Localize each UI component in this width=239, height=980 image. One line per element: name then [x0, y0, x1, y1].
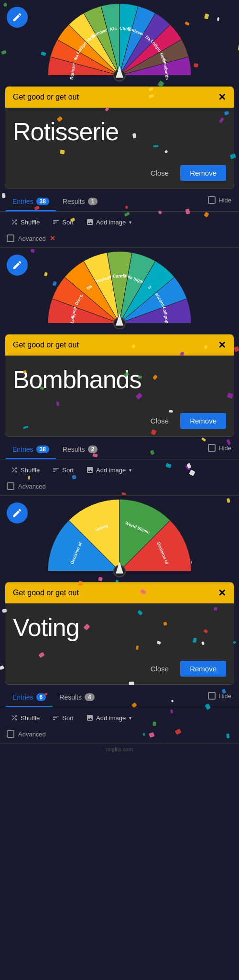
tabs-bar-1: Entries 38 Results 1 Hide — [0, 189, 239, 212]
add-image-label-2: Add image — [96, 467, 126, 474]
shuffle-icon — [11, 466, 18, 474]
edit-fab-2[interactable] — [7, 255, 28, 276]
tab-badge: 6 — [36, 693, 46, 701]
tab-results[interactable]: Results 2 — [56, 441, 104, 459]
sort-label-1: Sort — [62, 219, 74, 226]
hide-checkbox-1[interactable] — [208, 196, 216, 204]
result-card-2: Get good or get out ✕ Bombhands Close Re… — [5, 334, 234, 437]
wheel-container-2: LollipopDiscoNaYosiageCarmam da biggest3… — [0, 248, 239, 334]
tab-label: Entries — [12, 693, 33, 701]
result-card-footer-2: Close Remove — [5, 408, 234, 436]
result-card-header-3: Get good or get out ✕ — [5, 582, 234, 603]
result-card-body-1: Rotisserie — [5, 108, 234, 160]
shuffle-button-2[interactable]: Shuffle — [6, 463, 44, 477]
red-x-icon: ✕ — [50, 234, 55, 242]
sort-button-3[interactable]: Sort — [47, 711, 78, 724]
hide-checkbox-3[interactable] — [208, 692, 216, 700]
hide-toggle-2[interactable]: Hide — [206, 444, 233, 456]
result-card-body-2: Bombhands — [5, 356, 234, 408]
image-icon — [86, 218, 94, 226]
tab-entries[interactable]: Entries 38 — [6, 441, 56, 459]
hide-label-1: Hide — [218, 197, 231, 204]
tab-results[interactable]: Results 4 — [53, 689, 101, 707]
tab-badge: 1 — [88, 198, 98, 205]
hide-checkbox-2[interactable] — [208, 444, 216, 452]
close-button-2[interactable]: Close — [145, 413, 174, 429]
add-image-label-1: Add image — [96, 219, 126, 226]
sort-button-1[interactable]: Sort — [47, 215, 78, 229]
tab-badge: 4 — [85, 693, 95, 701]
edit-fab-3[interactable] — [7, 502, 28, 523]
hide-label-2: Hide — [218, 445, 231, 452]
pencil-icon — [12, 12, 22, 22]
shuffle-icon — [11, 218, 18, 226]
pencil-icon — [12, 260, 22, 270]
hide-toggle-1[interactable]: Hide — [206, 196, 233, 208]
result-card-1: Get good or get out ✕ Rotisserie Close R… — [5, 86, 234, 189]
advanced-checkbox-1[interactable] — [7, 234, 14, 242]
tab-badge: 2 — [88, 445, 98, 453]
tab-badge: 38 — [36, 445, 49, 453]
close-button-3[interactable]: Close — [145, 661, 174, 677]
toolbar-3: Shuffle Sort Add image ▾ — [0, 707, 239, 728]
tab-label: Results — [59, 693, 82, 701]
sort-label-2: Sort — [62, 467, 74, 474]
sort-icon — [52, 218, 60, 226]
sort-icon — [52, 714, 60, 722]
remove-button-3[interactable]: Remove — [180, 661, 226, 677]
shuffle-label-1: Shuffle — [21, 219, 40, 226]
advanced-checkbox-2[interactable] — [7, 482, 14, 490]
tabs-bar-3: Entries 6 Results 4 Hide — [0, 685, 239, 707]
close-x-button-3[interactable]: ✕ — [218, 588, 226, 598]
close-button-1[interactable]: Close — [145, 165, 174, 181]
advanced-checkbox-3[interactable] — [7, 730, 14, 738]
advanced-row-3: Advanced — [0, 728, 239, 743]
chevron-down-icon-3: ▾ — [129, 715, 131, 721]
tab-label: Entries — [12, 198, 33, 205]
result-card-footer-1: Close Remove — [5, 160, 234, 189]
chevron-down-icon-2: ▾ — [129, 468, 131, 473]
result-word-2: Bombhands — [13, 365, 226, 394]
remove-button-1[interactable]: Remove — [180, 165, 226, 181]
result-word-1: Rotisserie — [13, 117, 226, 146]
shuffle-button-1[interactable]: Shuffle — [6, 215, 44, 229]
card-title-1: Get good or get out — [13, 93, 79, 101]
close-x-button-2[interactable]: ✕ — [218, 340, 226, 350]
tab-entries[interactable]: Entries 6 — [6, 689, 53, 707]
advanced-row-2: Advanced — [0, 480, 239, 495]
watermark: imgflip.com — [0, 744, 239, 755]
advanced-label-2: Advanced — [18, 483, 46, 490]
close-x-button-1[interactable]: ✕ — [218, 92, 226, 102]
tab-entries[interactable]: Entries 38 — [6, 193, 56, 212]
sort-button-2[interactable]: Sort — [47, 463, 78, 477]
pencil-icon — [12, 508, 22, 518]
add-image-button-3[interactable]: Add image ▾ — [81, 711, 136, 724]
result-card-footer-3: Close Remove — [5, 656, 234, 684]
card-title-3: Get good or get out — [13, 589, 79, 597]
tab-label: Entries — [12, 445, 33, 453]
result-word-3: Voting — [13, 613, 226, 642]
hide-label-3: Hide — [218, 692, 231, 700]
wheel-container-3: Decision of VotingWorld EliminDecision o… — [0, 496, 239, 582]
result-card-body-3: Voting — [5, 603, 234, 656]
section-3: Decision of VotingWorld EliminDecision o… — [0, 496, 239, 743]
card-title-2: Get good or get out — [13, 341, 79, 349]
section-1: RotisserieNaLollipopHeloBombardsKfcChino… — [0, 0, 239, 247]
wheel-container-1: RotisserieNaLollipopHeloBombardsKfcChino… — [0, 0, 239, 86]
add-image-button-2[interactable]: Add image ▾ — [81, 463, 136, 477]
shuffle-button-3[interactable]: Shuffle — [6, 711, 44, 724]
toolbar-1: Shuffle Sort Add image ▾ — [0, 212, 239, 233]
toolbar-2: Shuffle Sort Add image ▾ — [0, 459, 239, 480]
advanced-row-1: Advanced ✕ — [0, 233, 239, 247]
shuffle-label-2: Shuffle — [21, 467, 40, 474]
edit-fab-1[interactable] — [7, 7, 28, 28]
result-card-header-2: Get good or get out ✕ — [5, 334, 234, 356]
tabs-bar-2: Entries 38 Results 2 Hide — [0, 437, 239, 459]
add-image-button-1[interactable]: Add image ▾ — [81, 215, 136, 229]
remove-button-2[interactable]: Remove — [180, 413, 226, 429]
tab-results[interactable]: Results 1 — [56, 193, 104, 212]
result-card-header-1: Get good or get out ✕ — [5, 87, 234, 108]
sort-label-3: Sort — [62, 714, 74, 722]
hide-toggle-3[interactable]: Hide — [206, 692, 233, 703]
result-card-3: Get good or get out ✕ Voting Close Remov… — [5, 582, 234, 685]
